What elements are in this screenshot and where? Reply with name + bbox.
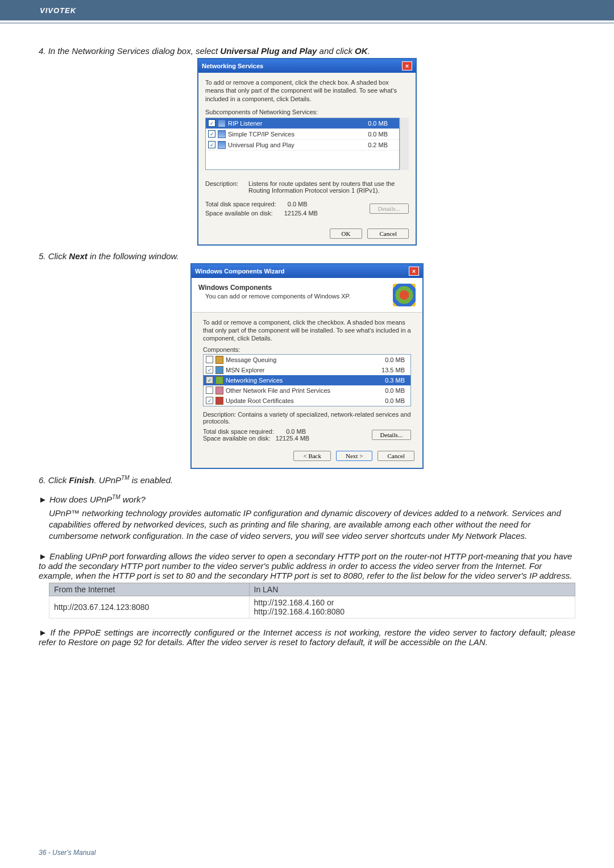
networking-services-dialog: Networking Services × To add or remove a… bbox=[197, 58, 417, 246]
step6-bold: Finish bbox=[69, 475, 94, 485]
faq3-block: ► If the PPPoE settings are incorrectly … bbox=[39, 628, 575, 647]
component-icon bbox=[218, 130, 226, 138]
lan-url-1: http://192.168.4.160 or bbox=[254, 598, 571, 607]
component-icon bbox=[215, 387, 223, 394]
stats2-left: Total disk space required: 0.0 MB Space … bbox=[203, 428, 309, 442]
faq2-body: Enabling UPnP port forwarding allows the… bbox=[39, 551, 572, 580]
checkbox-icon[interactable]: ✓ bbox=[206, 376, 213, 384]
list-item-networking[interactable]: ✓ Networking Services 0.3 MB bbox=[204, 375, 410, 385]
dialog2-buttons: < Back Next > Cancel bbox=[192, 445, 422, 468]
dialog1-titlebar: Networking Services × bbox=[198, 59, 416, 73]
step6-mid: . UPnP bbox=[94, 475, 122, 485]
step6-prefix: 6. Click bbox=[39, 475, 69, 485]
list-item-size: 0.3 MB bbox=[385, 377, 408, 384]
dialog2-header: Windows Components You can add or remove… bbox=[192, 278, 422, 313]
subcomponents-listbox[interactable]: ✓ RIP Listener 0.0 MB ✓ Simple TCP/IP Se… bbox=[205, 118, 400, 170]
arrow-icon: ► bbox=[39, 495, 47, 504]
page-content: 4. In the Networking Services dialog box… bbox=[0, 46, 614, 647]
step4-suffix: . bbox=[368, 46, 370, 56]
list-item-rip[interactable]: ✓ RIP Listener 0.0 MB bbox=[206, 118, 399, 129]
step4-bold1: Universal Plug and Play bbox=[220, 46, 317, 56]
step5-prefix: 5. Click bbox=[39, 251, 69, 261]
step4-bold2: OK bbox=[355, 46, 368, 56]
col-in-lan: In LAN bbox=[249, 583, 575, 596]
stats2-row: Total disk space required: 0.0 MB Space … bbox=[203, 428, 411, 442]
ok-button[interactable]: OK bbox=[330, 229, 363, 239]
faq3-body: If the PPPoE settings are incorrectly co… bbox=[39, 628, 575, 647]
windows-components-wizard-dialog: Windows Components Wizard × Windows Comp… bbox=[190, 263, 424, 469]
tm-sup: TM bbox=[121, 475, 129, 481]
dialog2-head-title: Windows Components bbox=[198, 284, 351, 292]
list-item-label: Universal Plug and Play bbox=[228, 142, 294, 148]
arrow-icon: ► bbox=[39, 551, 47, 561]
list-item-msn[interactable]: ✓ MSN Explorer 13.5 MB bbox=[204, 365, 410, 375]
details-button[interactable]: Details... bbox=[372, 430, 411, 440]
faq1-head-suffix: work? bbox=[121, 495, 146, 504]
checkbox-icon[interactable]: ✓ bbox=[206, 397, 213, 404]
details-button[interactable]: Details... bbox=[370, 203, 409, 214]
req-value: 0.0 MB bbox=[288, 200, 308, 209]
component-icon bbox=[215, 397, 223, 405]
component-icon bbox=[218, 119, 226, 127]
checkbox-icon[interactable] bbox=[206, 356, 213, 363]
list-item-label: Other Network File and Print Services bbox=[226, 387, 330, 394]
list-item-size: 0.0 MB bbox=[368, 120, 397, 127]
dialog2-header-text: Windows Components You can add or remove… bbox=[198, 284, 351, 300]
checkbox-icon[interactable]: ✓ bbox=[208, 119, 215, 127]
req2-value: 0.0 MB bbox=[286, 428, 306, 435]
faq-upnp-heading: ► How does UPnPTM work? bbox=[39, 494, 575, 504]
list-item-size: 0.0 MB bbox=[385, 387, 408, 394]
list-item-label: Simple TCP/IP Services bbox=[228, 131, 294, 138]
subcomponents-label: Subcomponents of Networking Services: bbox=[205, 109, 409, 115]
list-item-msgqueue[interactable]: Message Queuing 0.0 MB bbox=[204, 355, 410, 365]
faq1-head-text: How does UPnP bbox=[49, 495, 112, 504]
list-item-other-net[interactable]: Other Network File and Print Services 0.… bbox=[204, 385, 410, 396]
step5-bold: Next bbox=[69, 251, 88, 261]
description2-row: Description: Contains a variety of speci… bbox=[203, 411, 411, 425]
component-icon bbox=[215, 356, 223, 364]
scrollbar[interactable] bbox=[400, 118, 409, 170]
dialog2-body: To add or remove a component, click the … bbox=[192, 313, 422, 445]
windows-logo-icon bbox=[393, 284, 416, 306]
list-item-size: 0.0 MB bbox=[385, 397, 408, 404]
table-header-row: From the Internet In LAN bbox=[49, 583, 575, 596]
components-listbox[interactable]: Message Queuing 0.0 MB ✓ MSN Explorer 13… bbox=[203, 354, 411, 406]
dialog2-head-sub: You can add or remove components of Wind… bbox=[198, 293, 351, 300]
checkbox-icon[interactable]: ✓ bbox=[206, 366, 213, 373]
table-row: http://203.67.124.123:8080 http://192.16… bbox=[49, 596, 575, 618]
checkbox-icon[interactable]: ✓ bbox=[208, 141, 215, 148]
faq1-body: UPnP™ networking technology provides aut… bbox=[39, 508, 575, 542]
subcomponents-listwrap: ✓ RIP Listener 0.0 MB ✓ Simple TCP/IP Se… bbox=[205, 118, 409, 170]
avail2-label: Space available on disk: bbox=[203, 435, 271, 442]
step-6-text: 6. Click Finish. UPnPTM is enabled. bbox=[39, 475, 575, 485]
checkbox-icon[interactable] bbox=[206, 387, 213, 394]
description-row: Description: Listens for route updates s… bbox=[205, 180, 409, 194]
description-label: Description: bbox=[205, 180, 248, 194]
close-icon[interactable]: × bbox=[402, 61, 412, 70]
step-5-text: 5. Click Next in the following window. bbox=[39, 251, 575, 261]
stats-left: Total disk space required:0.0 MB Space a… bbox=[205, 200, 318, 218]
dialog1-body: To add or remove a component, click the … bbox=[198, 73, 416, 224]
next-button[interactable]: Next > bbox=[336, 451, 372, 461]
list-item-rootcerts[interactable]: ✓ Update Root Certificates 0.0 MB bbox=[204, 396, 410, 406]
faq2-block: ► Enabling UPnP port forwarding allows t… bbox=[39, 551, 575, 580]
list-item-upnp[interactable]: ✓ Universal Plug and Play 0.2 MB bbox=[206, 140, 399, 151]
header-rule bbox=[0, 23, 614, 23]
page-footer: 36 - User's Manual bbox=[39, 849, 96, 857]
cancel-button[interactable]: Cancel bbox=[367, 229, 409, 239]
components-label: Components: bbox=[203, 346, 411, 353]
checkbox-icon[interactable]: ✓ bbox=[208, 130, 215, 138]
description2-label: Description: bbox=[203, 411, 236, 418]
dialog1-wrap: Networking Services × To add or remove a… bbox=[39, 58, 575, 246]
component-icon bbox=[215, 366, 223, 374]
cancel-button[interactable]: Cancel bbox=[377, 451, 414, 461]
dialog2-intro: To add or remove a component, click the … bbox=[203, 318, 411, 343]
avail2-value: 12125.4 MB bbox=[276, 435, 309, 442]
close-icon[interactable]: × bbox=[409, 267, 419, 276]
back-button[interactable]: < Back bbox=[293, 451, 331, 461]
step5-suffix: in the following window. bbox=[88, 251, 179, 261]
list-item-size: 0.2 MB bbox=[368, 142, 397, 148]
step6-suffix: is enabled. bbox=[130, 475, 173, 485]
component-icon bbox=[218, 141, 226, 149]
list-item-tcpip[interactable]: ✓ Simple TCP/IP Services 0.0 MB bbox=[206, 129, 399, 140]
